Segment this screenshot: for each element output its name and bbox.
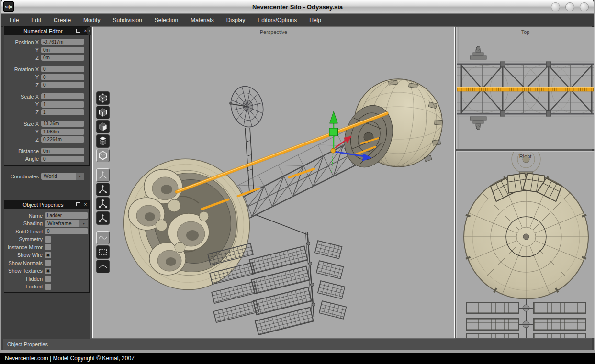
edge-mode-button[interactable] — [96, 106, 110, 119]
element-mode-button[interactable] — [96, 134, 110, 148]
checkbox-symmetry[interactable] — [45, 236, 51, 243]
vertex-mode-icon — [98, 93, 108, 103]
command-sphere[interactable] — [337, 75, 442, 174]
field-label-z: Z — [4, 137, 39, 143]
menu-create[interactable]: Create — [47, 17, 77, 23]
face-mode-button[interactable] — [96, 120, 110, 133]
field-input-z[interactable]: 1 — [41, 109, 84, 115]
field-input-z[interactable]: 0 — [41, 82, 84, 88]
checkbox-label-symmetry: Symmetry — [4, 236, 43, 242]
sidebar: Numerical Editor × Position X-0.7617mY0m… — [3, 26, 90, 339]
panel-maximize-icon[interactable] — [75, 27, 82, 34]
status-bar: Object Properties — [3, 339, 592, 350]
name-field[interactable]: Ladder — [45, 212, 88, 219]
perspective-viewport[interactable]: Perspective — [92, 27, 455, 338]
field-input-y[interactable]: 1 — [41, 101, 84, 108]
menu-selection[interactable]: Selection — [148, 17, 184, 23]
field-input-distance[interactable]: 0m — [41, 148, 84, 154]
scale-tool-button[interactable] — [96, 197, 110, 210]
title-bar[interactable]: si|o Nevercenter Silo - Odyssey.sia — [1, 0, 594, 14]
checkbox-label-show-normals: Show Normals — [4, 260, 43, 266]
field-input-scale-x[interactable]: 1 — [41, 93, 84, 99]
checkbox-show-wire[interactable]: ✖ — [45, 252, 51, 258]
field-input-y[interactable]: 0 — [41, 74, 84, 80]
menu-edit[interactable]: Edit — [25, 17, 47, 23]
field-input-position-x[interactable]: -0.7617m — [41, 39, 84, 45]
subd-level-label: SubD Level — [4, 229, 43, 234]
field-label-y: Y — [4, 74, 39, 80]
move-tool-icon — [98, 170, 108, 180]
field-input-angle[interactable]: 0 — [41, 156, 84, 162]
field-label-y: Y — [4, 47, 39, 53]
checkbox-label-instance-mirror: Instance Mirror — [4, 244, 43, 250]
menu-modify[interactable]: Modify — [77, 17, 106, 23]
field-input-z[interactable]: 0m — [41, 55, 84, 61]
checkbox-instance-mirror[interactable] — [45, 244, 51, 250]
top-view-scene[interactable] — [457, 27, 594, 149]
checkbox-locked[interactable] — [45, 284, 51, 290]
paint-select-button[interactable] — [96, 260, 110, 273]
viewport-area: ‹ Perspective — [90, 26, 592, 339]
close-button[interactable] — [580, 2, 589, 11]
maximize-button[interactable] — [565, 2, 574, 11]
panel-close-icon[interactable]: × — [82, 201, 89, 208]
perspective-scene[interactable] — [93, 27, 454, 338]
universal-manipulator-button[interactable] — [96, 211, 110, 225]
gizmo-center-handle[interactable] — [331, 148, 336, 153]
command-sphere-right-view[interactable] — [464, 173, 588, 299]
gizmo-y-axis-handle[interactable] — [329, 111, 338, 150]
field-input-z[interactable]: 0.2264m — [41, 136, 84, 143]
checkbox-show-textures[interactable]: ✖ — [45, 268, 51, 274]
shading-dropdown[interactable]: Wireframe ▼ — [45, 220, 88, 227]
checkbox-label-locked: Locked — [4, 284, 43, 289]
move-tool-button[interactable] — [96, 168, 110, 182]
menu-materials[interactable]: Materials — [184, 17, 220, 23]
field-label-z: Z — [4, 55, 39, 61]
lasso-select-button[interactable] — [96, 231, 110, 244]
field-label-rotation-x: Rotation X — [4, 66, 39, 72]
checkbox-hidden[interactable] — [45, 276, 51, 282]
checkbox-show-normals[interactable] — [45, 260, 51, 266]
menu-subdivision[interactable]: Subdivision — [106, 17, 148, 23]
menu-help[interactable]: Help — [303, 17, 327, 23]
rect-select-button[interactable] — [96, 245, 110, 259]
solar-arrays-right-view[interactable] — [466, 299, 586, 338]
shading-value: Wireframe — [45, 220, 79, 227]
subd-level-field[interactable]: 0 — [45, 228, 88, 234]
gizmo-y-dashed-extension — [332, 151, 333, 172]
status-text: Object Properties — [7, 342, 48, 347]
universal-manipulator-icon — [98, 213, 108, 223]
rotate-tool-icon — [98, 184, 108, 195]
app-window: si|o Nevercenter Silo - Odyssey.sia File… — [0, 0, 595, 353]
right-viewport[interactable]: Right — [456, 151, 595, 338]
numerical-editor-header[interactable]: Numerical Editor × — [4, 27, 89, 35]
sidebar-collapse-tab[interactable]: ‹ — [87, 27, 91, 35]
field-label-y: Y — [4, 101, 39, 107]
checkbox-label-hidden: Hidden — [4, 276, 43, 282]
field-input-y[interactable]: 1.983m — [41, 129, 84, 135]
menu-display[interactable]: Display — [220, 17, 251, 23]
field-input-y[interactable]: 0m — [41, 47, 84, 53]
edge-mode-icon — [98, 107, 108, 118]
coordinates-dropdown[interactable]: World ▼ — [41, 173, 84, 180]
coordinates-label: Coordinates — [4, 174, 39, 179]
field-input-size-x[interactable]: 13.36m — [41, 121, 84, 127]
object-properties-header[interactable]: Object Properties × — [4, 200, 89, 209]
field-label-z: Z — [4, 82, 39, 88]
right-view-scene[interactable] — [457, 152, 594, 338]
top-viewport[interactable]: Top — [456, 27, 595, 149]
menu-file[interactable]: File — [3, 17, 25, 23]
field-label-z: Z — [4, 110, 39, 115]
ladder-top-view[interactable] — [457, 87, 594, 92]
checkbox-label-show-wire: Show Wire — [4, 252, 43, 258]
panel-maximize-icon[interactable] — [75, 201, 82, 208]
menu-editors-options[interactable]: Editors/Options — [251, 17, 303, 23]
rotate-tool-button[interactable] — [96, 183, 110, 196]
vertex-mode-button[interactable] — [96, 91, 110, 105]
field-input-rotation-x[interactable]: 0 — [41, 66, 84, 72]
field-label-y: Y — [4, 129, 39, 134]
minimize-button[interactable] — [551, 2, 560, 11]
object-mode-button[interactable] — [96, 149, 110, 162]
field-label-angle: Angle — [4, 156, 39, 162]
rect-select-icon — [98, 247, 108, 257]
